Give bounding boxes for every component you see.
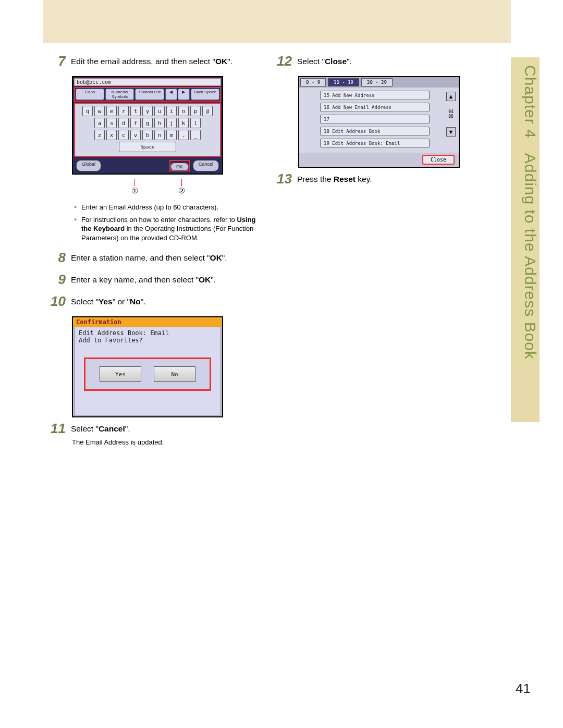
- kbd-key: q: [82, 106, 93, 116]
- kbd-right-arrow: ▶: [178, 89, 190, 100]
- kbd-key: c: [118, 130, 129, 140]
- kbd-key: s: [106, 118, 117, 128]
- kbd-email-field: bob@pcc.com: [74, 78, 221, 86]
- conf-no-button: No: [154, 366, 195, 382]
- text: For instructions on how to enter charact…: [81, 216, 237, 224]
- step-text: Edit the email address, and then select …: [71, 54, 256, 67]
- text: ".: [211, 275, 216, 284]
- bold-cancel: Cancel: [99, 424, 125, 433]
- callout-markers: ① ②: [72, 179, 223, 198]
- text: key.: [356, 175, 372, 183]
- text: Select ": [71, 424, 99, 433]
- kbd-key: h: [154, 118, 165, 128]
- kbd-top-row: Caps Numeric/ Symbols Domain List ◀ ▶ Ba…: [74, 87, 221, 102]
- kbd-key: e: [106, 106, 117, 116]
- kbd-left-arrow: ◀: [165, 89, 177, 100]
- scroll-up-icon: ▲: [446, 92, 456, 101]
- kbd-key: m: [166, 130, 177, 140]
- kbd-domain: Domain List: [135, 89, 164, 100]
- menu-item: 17: [320, 115, 430, 124]
- step-12: 12 Select "Close".: [269, 54, 483, 68]
- text: Select ": [71, 297, 99, 306]
- menu-close-button: Close: [422, 155, 455, 165]
- conf-buttons: Yes No: [84, 357, 211, 391]
- kbd-bottom-row: Global OK Cancel: [73, 158, 222, 174]
- content-columns: 7 Edit the email address, and then selec…: [43, 54, 491, 454]
- kbd-key: p: [190, 106, 201, 116]
- conf-line2: Add to Favorites?: [79, 337, 216, 344]
- kbd-key: @: [202, 106, 213, 116]
- bold-reset: Reset: [334, 175, 356, 183]
- kbd-key: w: [94, 106, 105, 116]
- menu-item: 15 Add New Address: [320, 91, 430, 100]
- left-column: 7 Edit the email address, and then selec…: [43, 54, 256, 454]
- step-text: Enter a key name, and then select "OK".: [71, 273, 256, 286]
- kbd-key: j: [166, 118, 177, 128]
- menu-item: 19 Edit Address Book: Email: [320, 139, 430, 148]
- bullet-1: Enter an Email Address (up to 60 charact…: [74, 203, 256, 212]
- text: ".: [222, 253, 227, 262]
- kbd-key: l: [190, 118, 201, 128]
- side-tab-label: Chapter 4 Adding to the Address Book: [510, 65, 539, 360]
- conf-title: Confirmation: [73, 317, 222, 327]
- step-number: 7: [43, 54, 66, 68]
- text: Edit the email address, and then select …: [71, 57, 215, 66]
- confirmation-screenshot: Confirmation Edit Address Book: Email Ad…: [72, 316, 256, 417]
- kbd-key: r: [118, 106, 129, 116]
- kbd-ok: OK: [170, 163, 189, 171]
- kbd-key: o: [178, 106, 189, 116]
- conf-yes-button: Yes: [100, 366, 141, 382]
- scroll-down-icon: ▼: [446, 127, 456, 137]
- text: ".: [141, 297, 146, 306]
- header-band: [43, 0, 511, 43]
- chapter-label: Chapter 4: [522, 65, 539, 139]
- kbd-key: d: [118, 118, 129, 128]
- text: ".: [227, 57, 232, 66]
- kbd-key: z: [94, 130, 105, 140]
- kbd-backspace: Back Space: [191, 89, 219, 100]
- step-text: Select "Cancel".: [71, 422, 256, 435]
- kbd-caps: Caps: [76, 89, 104, 100]
- kbd-key: x: [106, 130, 117, 140]
- callout-1: ①: [131, 186, 138, 195]
- step-text: Enter a station name, and then select "O…: [71, 251, 256, 264]
- bullet-2: For instructions on how to enter charact…: [74, 215, 256, 243]
- conf-line1: Edit Address Book: Email: [79, 329, 216, 337]
- kbd-key: n: [154, 130, 165, 140]
- kbd-key: k: [178, 118, 189, 128]
- bold-close: Close: [325, 57, 347, 66]
- kbd-key: _: [190, 130, 201, 140]
- keyboard-screenshot: bob@pcc.com Caps Numeric/ Symbols Domain…: [72, 76, 256, 175]
- text: Enter a key name, and then select ": [71, 275, 199, 284]
- menu-tab-2: 20 - 29: [361, 78, 393, 87]
- text: Select ": [297, 57, 325, 66]
- right-column: 12 Select "Close". 0 - 9 10 - 19 20 - 29…: [269, 54, 483, 454]
- menu-tab-1: 10 - 19: [328, 78, 359, 87]
- kbd-space: Space: [119, 142, 176, 152]
- step11-note: The Email Address is updated.: [72, 438, 256, 446]
- step-text: Select "Yes" or "No".: [71, 294, 256, 307]
- step-number: 13: [269, 172, 292, 186]
- step-number: 8: [43, 251, 66, 264]
- callout-2: ②: [178, 186, 185, 195]
- step-11: 11 Select "Cancel". The Email Address is…: [43, 422, 256, 446]
- menu-scroll: ▲ 04 06 ▼: [446, 92, 456, 137]
- step-number: 9: [43, 273, 66, 286]
- menu-close-bar: Close: [299, 153, 459, 167]
- menu-item: 16 Add New Email Address: [320, 103, 430, 112]
- bold-ok: OK: [215, 57, 227, 66]
- conf-body: Edit Address Book: Email Add to Favorite…: [74, 327, 221, 415]
- step-number: 12: [269, 54, 292, 68]
- kbd-key: .: [178, 130, 189, 140]
- kbd-cancel: Cancel: [193, 160, 219, 171]
- menu-item: 18 Edit Address Book: [320, 127, 430, 136]
- page-number: 41: [516, 681, 531, 697]
- bold-ok: OK: [210, 253, 222, 262]
- step-number: 11: [43, 422, 66, 435]
- kbd-key: v: [130, 130, 141, 140]
- step-text: Press the Reset key.: [297, 172, 483, 185]
- bold-ok: OK: [199, 275, 211, 284]
- text: Enter a station name, and then select ": [71, 253, 210, 262]
- step-9: 9 Enter a key name, and then select "OK"…: [43, 273, 256, 286]
- kbd-key: u: [154, 106, 165, 116]
